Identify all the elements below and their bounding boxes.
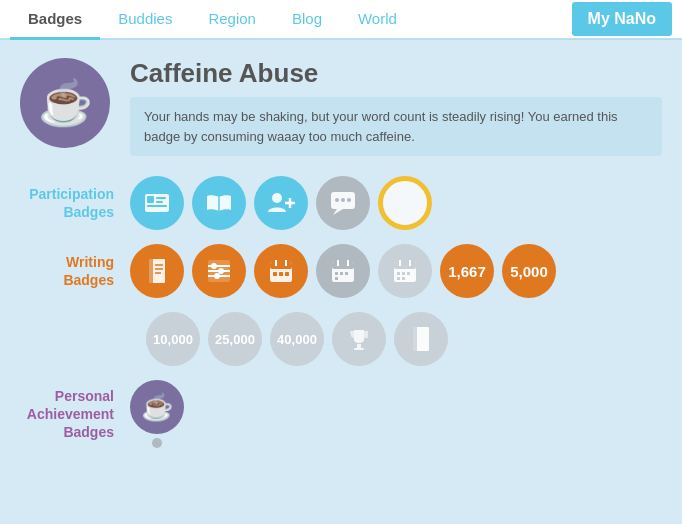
svg-rect-1 <box>147 196 154 203</box>
badge-calendar-gray1[interactable] <box>316 244 370 298</box>
participation-badges-row <box>130 176 432 230</box>
svg-rect-4 <box>147 205 167 207</box>
main-content: ☕ Caffeine Abuse Your hands may be shaki… <box>0 40 682 524</box>
badge-id-card[interactable] <box>130 176 184 230</box>
tab-blog[interactable]: Blog <box>274 0 340 40</box>
svg-rect-32 <box>285 272 289 276</box>
writing-badges-row2: 10,000 25,000 40,000 <box>146 312 662 366</box>
svg-rect-49 <box>402 277 405 280</box>
coffee-cup-large-icon: ☕ <box>38 77 93 129</box>
svg-rect-46 <box>402 272 405 275</box>
writing-badges-row1: 1,667 5,000 <box>130 244 556 298</box>
badge-40000[interactable]: 40,000 <box>270 312 324 366</box>
tab-badges[interactable]: Badges <box>10 0 100 40</box>
tab-buddies[interactable]: Buddies <box>100 0 190 40</box>
tab-region[interactable]: Region <box>190 0 274 40</box>
svg-point-11 <box>335 198 339 202</box>
svg-rect-27 <box>270 262 292 269</box>
badge-5000[interactable]: 5,000 <box>502 244 556 298</box>
svg-rect-31 <box>279 272 283 276</box>
svg-rect-40 <box>335 277 338 280</box>
svg-rect-39 <box>345 272 348 275</box>
svg-rect-53 <box>413 327 417 351</box>
personal-badges-row: ☕ <box>130 380 184 448</box>
badge-book[interactable] <box>130 244 184 298</box>
nav-tabs: Badges Buddies Region Blog World My NaNo <box>0 0 682 40</box>
badge-1667[interactable]: 1,667 <box>440 244 494 298</box>
writing-label: WritingBadges <box>20 253 130 289</box>
svg-rect-47 <box>407 272 410 275</box>
svg-rect-3 <box>156 201 163 203</box>
badge-calendar-gray2[interactable] <box>378 244 432 298</box>
personal-dot <box>152 438 162 448</box>
badge-calendar-orange[interactable] <box>254 244 308 298</box>
svg-rect-48 <box>397 277 400 280</box>
svg-rect-37 <box>335 272 338 275</box>
my-nano-button[interactable]: My NaNo <box>572 2 672 36</box>
svg-point-25 <box>214 273 220 279</box>
badge-info: Caffeine Abuse Your hands may be shaking… <box>130 58 662 156</box>
svg-point-6 <box>272 193 282 203</box>
badge-description: Your hands may be shaking, but your word… <box>130 97 662 156</box>
svg-rect-50 <box>357 344 361 348</box>
personal-badges-section: PersonalAchievementBadges ☕ <box>20 380 662 448</box>
svg-rect-42 <box>394 262 416 269</box>
svg-rect-51 <box>354 348 364 350</box>
svg-rect-2 <box>156 197 166 199</box>
svg-point-24 <box>218 268 224 274</box>
participation-badges-section: ParticipationBadges <box>20 176 662 230</box>
badge-chat[interactable] <box>316 176 370 230</box>
badge-coffee-personal[interactable]: ☕ <box>130 380 184 434</box>
app-container: Badges Buddies Region Blog World My NaNo… <box>0 0 682 524</box>
badge-10000[interactable]: 10,000 <box>146 312 200 366</box>
badge-halo[interactable] <box>378 176 432 230</box>
badge-title: Caffeine Abuse <box>130 58 662 89</box>
svg-rect-30 <box>273 272 277 276</box>
writing-badges-section: WritingBadges <box>20 244 662 298</box>
svg-marker-10 <box>333 209 343 215</box>
svg-point-23 <box>211 263 217 269</box>
badge-add-person[interactable] <box>254 176 308 230</box>
badge-25000[interactable]: 25,000 <box>208 312 262 366</box>
svg-rect-34 <box>332 262 354 269</box>
badge-icon-large: ☕ <box>20 58 110 148</box>
svg-point-13 <box>347 198 351 202</box>
participation-label: ParticipationBadges <box>20 185 130 221</box>
coffee-icon: ☕ <box>141 392 173 423</box>
badge-abacus[interactable] <box>192 244 246 298</box>
svg-rect-38 <box>340 272 343 275</box>
personal-label: PersonalAchievementBadges <box>20 387 130 442</box>
badge-header: ☕ Caffeine Abuse Your hands may be shaki… <box>20 58 662 156</box>
badge-book-light[interactable] <box>394 312 448 366</box>
svg-rect-45 <box>397 272 400 275</box>
personal-badge-col: ☕ <box>130 380 184 448</box>
badge-open-book[interactable] <box>192 176 246 230</box>
svg-point-12 <box>341 198 345 202</box>
badge-trophy[interactable] <box>332 312 386 366</box>
svg-rect-15 <box>149 259 153 283</box>
tab-world[interactable]: World <box>340 0 415 40</box>
